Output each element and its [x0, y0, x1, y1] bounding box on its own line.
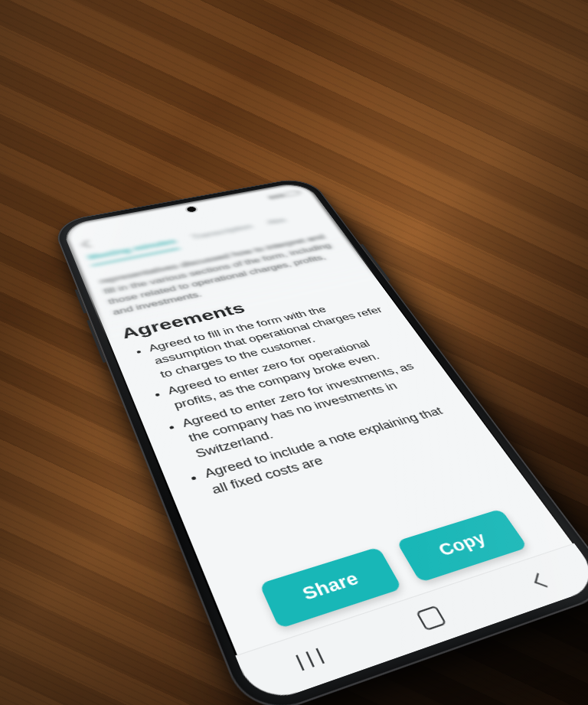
- phone-device: Meeting minutes Transcription Abs repres…: [51, 176, 588, 705]
- nav-home-icon[interactable]: [416, 605, 447, 632]
- back-button[interactable]: [77, 238, 98, 251]
- nav-recents-icon[interactable]: [296, 648, 325, 671]
- copy-button[interactable]: Copy: [397, 508, 528, 583]
- share-button[interactable]: Share: [259, 547, 403, 628]
- content-area[interactable]: representatives discussed how to interpr…: [79, 220, 527, 577]
- nav-back-icon[interactable]: [530, 573, 550, 589]
- scene: Meeting minutes Transcription Abs repres…: [0, 0, 588, 705]
- tab-abs[interactable]: Abs: [266, 216, 290, 230]
- phone-side-button: [74, 289, 87, 314]
- phone-screen: Meeting minutes Transcription Abs repres…: [60, 181, 588, 705]
